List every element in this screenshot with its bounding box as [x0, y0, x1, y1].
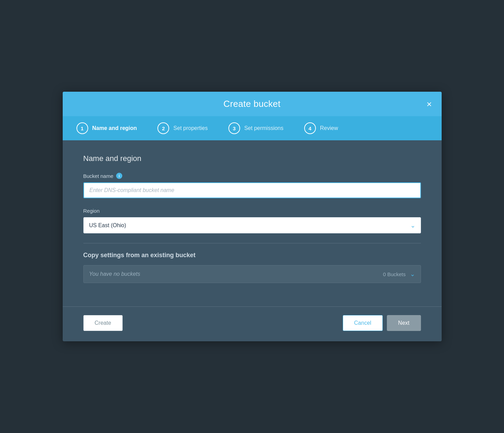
step-2-circle: 2	[157, 122, 169, 134]
step-3-circle: 3	[228, 122, 240, 134]
step-4-circle: 4	[304, 122, 316, 134]
step-3[interactable]: 3 Set permissions	[228, 122, 284, 134]
bucket-name-input[interactable]	[83, 182, 421, 198]
region-label: Region	[83, 208, 421, 214]
bucket-name-info-icon[interactable]: i	[116, 173, 122, 179]
copy-settings-title: Copy settings from an existing bucket	[83, 252, 421, 259]
copy-bucket-placeholder: You have no buckets	[89, 271, 141, 277]
step-1-circle: 1	[76, 122, 88, 134]
step-4[interactable]: 4 Review	[304, 122, 338, 134]
section-title: Name and region	[83, 154, 421, 163]
steps-bar: 1 Name and region 2 Set properties 3 Set…	[63, 116, 442, 140]
cancel-button[interactable]: Cancel	[343, 315, 383, 331]
copy-bucket-count: 0 Buckets	[383, 271, 406, 277]
step-2[interactable]: 2 Set properties	[157, 122, 208, 134]
bucket-name-group: Bucket name i	[83, 173, 421, 198]
region-select-wrapper: US East (Ohio) US East (N. Virginia) US …	[83, 217, 421, 233]
close-button[interactable]: ×	[425, 98, 433, 110]
step-4-label: Review	[320, 125, 338, 131]
bucket-name-label: Bucket name i	[83, 173, 421, 179]
step-2-label: Set properties	[173, 125, 208, 131]
region-group: Region US East (Ohio) US East (N. Virgin…	[83, 208, 421, 233]
copy-bucket-right: 0 Buckets ⌄	[383, 270, 415, 278]
copy-bucket-chevron-icon: ⌄	[410, 270, 415, 278]
section-divider	[83, 243, 421, 243]
modal-body: Name and region Bucket name i Region US …	[63, 140, 442, 306]
modal-footer: Create Cancel Next	[63, 306, 442, 341]
region-select[interactable]: US East (Ohio) US East (N. Virginia) US …	[83, 217, 421, 233]
create-button[interactable]: Create	[83, 315, 123, 331]
copy-bucket-dropdown[interactable]: You have no buckets 0 Buckets ⌄	[83, 265, 421, 283]
modal-header: Create bucket ×	[63, 92, 442, 116]
step-3-label: Set permissions	[244, 125, 284, 131]
create-bucket-modal: Create bucket × 1 Name and region 2 Set …	[63, 92, 442, 341]
step-1-label: Name and region	[92, 125, 137, 131]
next-button[interactable]: Next	[387, 315, 421, 331]
step-1[interactable]: 1 Name and region	[76, 122, 137, 134]
footer-right-buttons: Cancel Next	[343, 315, 421, 331]
modal-overlay: Create bucket × 1 Name and region 2 Set …	[0, 0, 504, 433]
modal-title: Create bucket	[224, 99, 281, 109]
copy-settings-group: Copy settings from an existing bucket Yo…	[83, 252, 421, 283]
